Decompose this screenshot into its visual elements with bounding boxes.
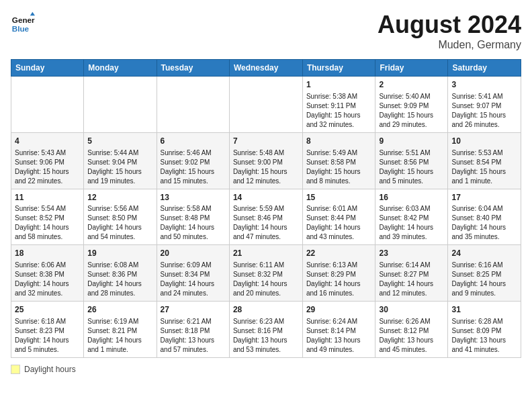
calendar-day-cell: 15Sunrise: 6:01 AM Sunset: 8:44 PM Dayli… [302,189,375,245]
day-info: Sunrise: 5:58 AM Sunset: 8:48 PM Dayligh… [161,204,226,242]
calendar-day-cell: 14Sunrise: 5:59 AM Sunset: 8:46 PM Dayli… [229,189,302,245]
day-number: 28 [233,304,299,316]
calendar-day-header: Monday [84,60,157,77]
logo-icon: General Blue [11,11,35,35]
calendar-day-header: Thursday [302,60,375,77]
calendar-day-cell: 24Sunrise: 6:16 AM Sunset: 8:25 PM Dayli… [448,245,521,302]
day-number: 13 [161,192,226,203]
day-info: Sunrise: 6:13 AM Sunset: 8:29 PM Dayligh… [306,261,372,298]
calendar-day-cell: 7Sunrise: 5:48 AM Sunset: 9:00 PM Daylig… [229,132,302,189]
day-info: Sunrise: 5:56 AM Sunset: 8:50 PM Dayligh… [87,204,152,242]
day-number: 6 [161,136,226,147]
day-number: 23 [379,248,444,259]
day-number: 10 [451,136,517,147]
calendar-day-cell: 29Sunrise: 6:24 AM Sunset: 8:14 PM Dayli… [302,302,375,358]
day-number: 14 [233,192,299,203]
calendar-day-cell: 13Sunrise: 5:58 AM Sunset: 8:48 PM Dayli… [157,189,229,245]
calendar-header-row: SundayMondayTuesdayWednesdayThursdayFrid… [11,60,521,77]
calendar-day-cell: 17Sunrise: 6:04 AM Sunset: 8:40 PM Dayli… [448,189,521,245]
svg-marker-2 [30,12,35,15]
calendar-day-cell: 26Sunrise: 6:19 AM Sunset: 8:21 PM Dayli… [84,302,157,358]
day-info: Sunrise: 5:53 AM Sunset: 8:54 PM Dayligh… [451,148,517,186]
day-number: 15 [306,192,372,203]
day-info: Sunrise: 5:51 AM Sunset: 8:56 PM Dayligh… [379,148,444,186]
day-info: Sunrise: 5:43 AM Sunset: 9:06 PM Dayligh… [15,148,80,186]
day-info: Sunrise: 6:16 AM Sunset: 8:25 PM Dayligh… [451,261,517,298]
calendar-day-header: Sunday [11,60,84,77]
calendar-day-cell: 2Sunrise: 5:40 AM Sunset: 9:09 PM Daylig… [375,77,448,133]
calendar-day-header: Friday [375,60,448,77]
day-info: Sunrise: 6:01 AM Sunset: 8:44 PM Dayligh… [306,204,372,242]
calendar-week-row: 4Sunrise: 5:43 AM Sunset: 9:06 PM Daylig… [11,132,521,189]
calendar-day-cell: 4Sunrise: 5:43 AM Sunset: 9:06 PM Daylig… [11,132,84,189]
day-number: 22 [306,248,372,259]
day-info: Sunrise: 5:41 AM Sunset: 9:07 PM Dayligh… [451,92,517,130]
calendar-day-cell: 1Sunrise: 5:38 AM Sunset: 9:11 PM Daylig… [302,77,375,133]
calendar-day-cell: 16Sunrise: 6:03 AM Sunset: 8:42 PM Dayli… [375,189,448,245]
day-info: Sunrise: 5:59 AM Sunset: 8:46 PM Dayligh… [233,204,299,242]
day-info: Sunrise: 6:14 AM Sunset: 8:27 PM Dayligh… [379,261,444,298]
calendar-week-row: 18Sunrise: 6:06 AM Sunset: 8:38 PM Dayli… [11,245,521,302]
calendar-day-cell: 30Sunrise: 6:26 AM Sunset: 8:12 PM Dayli… [375,302,448,358]
calendar-day-cell: 6Sunrise: 5:46 AM Sunset: 9:02 PM Daylig… [157,132,229,189]
svg-text:General: General [12,15,35,24]
day-info: Sunrise: 6:11 AM Sunset: 8:32 PM Dayligh… [233,261,299,298]
calendar-day-cell [157,77,229,133]
calendar-day-cell: 28Sunrise: 6:23 AM Sunset: 8:16 PM Dayli… [229,302,302,358]
day-info: Sunrise: 6:21 AM Sunset: 8:18 PM Dayligh… [161,317,226,355]
day-number: 5 [87,136,152,147]
day-number: 3 [451,79,517,91]
day-number: 26 [87,304,152,316]
calendar-day-cell [11,77,84,133]
day-info: Sunrise: 6:26 AM Sunset: 8:12 PM Dayligh… [379,317,444,355]
calendar-day-cell: 21Sunrise: 6:11 AM Sunset: 8:32 PM Dayli… [229,245,302,302]
day-info: Sunrise: 5:40 AM Sunset: 9:09 PM Dayligh… [379,92,444,130]
day-number: 17 [451,192,517,203]
day-number: 1 [306,79,372,91]
day-info: Sunrise: 5:44 AM Sunset: 9:04 PM Dayligh… [87,148,152,186]
day-info: Sunrise: 6:09 AM Sunset: 8:34 PM Dayligh… [161,261,226,298]
calendar-day-cell: 22Sunrise: 6:13 AM Sunset: 8:29 PM Dayli… [302,245,375,302]
calendar-day-cell: 12Sunrise: 5:56 AM Sunset: 8:50 PM Dayli… [84,189,157,245]
day-number: 31 [451,304,517,316]
day-number: 18 [15,248,80,259]
calendar-day-header: Wednesday [229,60,302,77]
day-number: 16 [379,192,444,203]
calendar-day-cell: 9Sunrise: 5:51 AM Sunset: 8:56 PM Daylig… [375,132,448,189]
day-info: Sunrise: 5:49 AM Sunset: 8:58 PM Dayligh… [306,148,372,186]
calendar-week-row: 1Sunrise: 5:38 AM Sunset: 9:11 PM Daylig… [11,77,521,133]
calendar-day-cell [84,77,157,133]
day-number: 12 [87,192,152,203]
legend-label: Daylight hours [24,365,76,374]
day-number: 2 [379,79,444,91]
calendar-day-cell: 27Sunrise: 6:21 AM Sunset: 8:18 PM Dayli… [157,302,229,358]
calendar-day-header: Tuesday [157,60,229,77]
calendar-week-row: 25Sunrise: 6:18 AM Sunset: 8:23 PM Dayli… [11,302,521,358]
calendar-day-cell: 11Sunrise: 5:54 AM Sunset: 8:52 PM Dayli… [11,189,84,245]
day-number: 20 [161,248,226,259]
calendar-day-cell: 20Sunrise: 6:09 AM Sunset: 8:34 PM Dayli… [157,245,229,302]
day-number: 29 [306,304,372,316]
logo: General Blue [11,11,35,35]
day-number: 30 [379,304,444,316]
calendar-day-cell: 5Sunrise: 5:44 AM Sunset: 9:04 PM Daylig… [84,132,157,189]
day-number: 8 [306,136,372,147]
day-number: 7 [233,136,299,147]
day-info: Sunrise: 6:19 AM Sunset: 8:21 PM Dayligh… [87,317,152,355]
calendar-week-row: 11Sunrise: 5:54 AM Sunset: 8:52 PM Dayli… [11,189,521,245]
calendar-day-cell: 31Sunrise: 6:28 AM Sunset: 8:09 PM Dayli… [448,302,521,358]
day-number: 19 [87,248,152,259]
calendar-day-header: Saturday [448,60,521,77]
calendar-day-cell: 18Sunrise: 6:06 AM Sunset: 8:38 PM Dayli… [11,245,84,302]
calendar-day-cell: 25Sunrise: 6:18 AM Sunset: 8:23 PM Dayli… [11,302,84,358]
day-number: 9 [379,136,444,147]
day-info: Sunrise: 5:54 AM Sunset: 8:52 PM Dayligh… [15,204,80,242]
day-info: Sunrise: 6:18 AM Sunset: 8:23 PM Dayligh… [15,317,80,355]
calendar-day-cell: 10Sunrise: 5:53 AM Sunset: 8:54 PM Dayli… [448,132,521,189]
day-info: Sunrise: 6:06 AM Sunset: 8:38 PM Dayligh… [15,261,80,298]
day-number: 11 [15,192,80,203]
calendar-day-cell: 8Sunrise: 5:49 AM Sunset: 8:58 PM Daylig… [302,132,375,189]
legend-box [11,365,20,374]
day-number: 4 [15,136,80,147]
day-number: 27 [161,304,226,316]
